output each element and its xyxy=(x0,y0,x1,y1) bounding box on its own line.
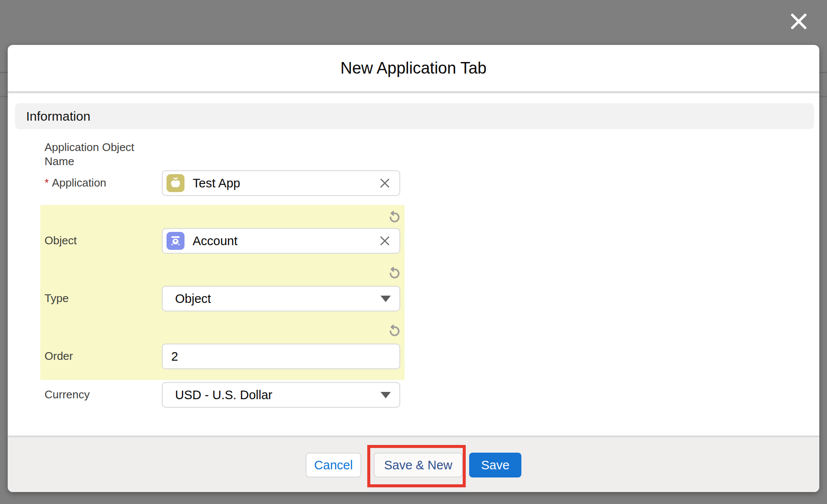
section-header-information: Information xyxy=(15,103,814,129)
close-button[interactable] xyxy=(788,11,810,33)
object-field-value: Account xyxy=(193,234,379,248)
field-label-application-object-name: Application Object Name xyxy=(45,140,159,169)
clear-application-icon[interactable] xyxy=(379,177,391,189)
undo-icon xyxy=(386,209,402,225)
account-icon xyxy=(167,232,184,250)
modal-header: New Application Tab xyxy=(8,45,819,93)
modal-title: New Application Tab xyxy=(340,59,487,77)
required-asterisk: * xyxy=(45,176,49,189)
field-label-currency: Currency xyxy=(45,388,159,402)
currency-select[interactable]: USD - U.S. Dollar xyxy=(162,382,400,408)
field-label-object: Object xyxy=(45,234,159,248)
object-lookup-field[interactable]: Account xyxy=(162,228,400,254)
type-select-value: Object xyxy=(175,292,381,306)
modal-footer: Cancel Save & New Save xyxy=(8,436,819,492)
type-select[interactable]: Object xyxy=(162,286,400,311)
clear-object-icon[interactable] xyxy=(379,235,391,247)
save-and-new-wrap: Save & New xyxy=(374,453,463,477)
undo-type-button[interactable] xyxy=(385,264,402,282)
undo-icon xyxy=(386,265,402,281)
save-button[interactable]: Save xyxy=(469,453,521,477)
field-label-application: *Application xyxy=(45,176,159,190)
chevron-down-icon xyxy=(381,392,391,398)
save-and-new-button[interactable]: Save & New xyxy=(374,453,463,477)
footer-buttons: Cancel Save & New Save xyxy=(306,453,521,477)
field-label-order: Order xyxy=(45,349,159,363)
section-header-label: Information xyxy=(26,109,90,124)
close-icon xyxy=(789,12,809,33)
application-lookup-field[interactable]: Test App xyxy=(162,170,400,196)
application-field-value: Test App xyxy=(193,176,379,190)
cancel-button[interactable]: Cancel xyxy=(306,453,361,477)
chevron-down-icon xyxy=(381,296,391,302)
field-label-type: Type xyxy=(45,291,159,305)
app-apple-icon xyxy=(167,174,184,192)
undo-order-button[interactable] xyxy=(385,322,402,339)
new-application-tab-modal: New Application Tab Information Applicat… xyxy=(8,45,819,492)
undo-icon xyxy=(386,323,402,339)
order-input[interactable] xyxy=(163,344,399,368)
order-field xyxy=(162,344,400,369)
undo-object-button[interactable] xyxy=(385,208,402,225)
currency-select-value: USD - U.S. Dollar xyxy=(175,388,381,402)
